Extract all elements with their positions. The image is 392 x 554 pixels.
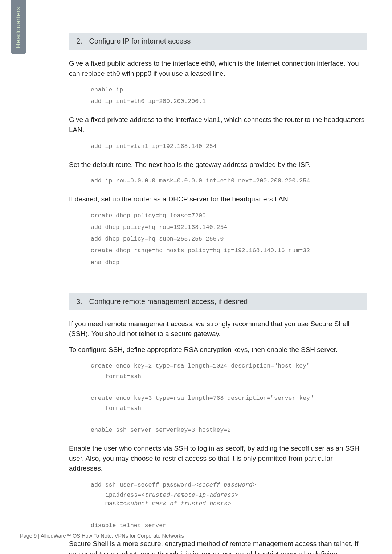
code-line: create enco key=2 type=rsa length=1024 d… bbox=[91, 362, 310, 369]
step-2-heading: 2. Configure IP for internet access bbox=[69, 33, 367, 50]
step-3-para-3: Enable the user who connects via SSH to … bbox=[69, 443, 367, 473]
step-2-para-4: If desired, set up the router as a DHCP … bbox=[69, 194, 367, 204]
step-2-code-3: add ip rou=0.0.0.0 mask=0.0.0.0 int=eth0… bbox=[91, 175, 367, 187]
step-2-number: 2. bbox=[76, 37, 87, 45]
step-2-code-1: enable ip add ip int=eth0 ip=200.200.200… bbox=[91, 84, 367, 107]
code-text: > bbox=[228, 500, 231, 507]
step-2-code-2: add ip int=vlan1 ip=192.168.140.254 bbox=[91, 141, 367, 152]
sidebar-tab: Headquarters bbox=[11, 0, 26, 54]
step-3-number: 3. bbox=[76, 297, 87, 306]
code-line: format=ssh bbox=[91, 404, 367, 413]
page-footer: Page 9 | AlliedWare™ OS How To Note: VPN… bbox=[20, 533, 184, 539]
code-text: add ssh user=secoff password=< bbox=[91, 481, 199, 488]
code-line: disable telnet server bbox=[91, 522, 166, 529]
code-italic: secoff-password bbox=[199, 481, 253, 488]
code-line: format=ssh bbox=[91, 372, 367, 381]
code-text: > bbox=[234, 492, 238, 498]
step-2-para-3: Set the default route. The next hop is t… bbox=[69, 160, 367, 170]
code-text: mask=< bbox=[105, 500, 127, 507]
step-2-para-2: Give a fixed private address to the inte… bbox=[69, 115, 367, 135]
step-3-para-4: Secure Shell is a more secure, encrypted… bbox=[69, 539, 367, 554]
step-3-title: Configure remote management access, if d… bbox=[89, 297, 248, 305]
code-line: enable ssh server serverkey=3 hostkey=2 bbox=[91, 427, 231, 434]
step-3-code-2: add ssh user=secoff password=<secoff-pas… bbox=[91, 479, 367, 532]
step-3-heading: 3. Configure remote management access, i… bbox=[69, 293, 367, 310]
code-italic: trusted-remote-ip-address bbox=[145, 492, 235, 498]
footer-divider bbox=[20, 529, 372, 529]
step-3-para-2: To configure SSH, define appropriate RSA… bbox=[69, 345, 367, 355]
code-text: > bbox=[253, 481, 256, 488]
step-2-code-4: create dhcp policy=hq lease=7200 add dhc… bbox=[91, 210, 367, 268]
code-text: ipaddress=< bbox=[105, 492, 145, 498]
code-line: create enco key=3 type=rsa length=768 de… bbox=[91, 395, 314, 402]
code-italic: subnet-mask-of-trusted-hosts bbox=[127, 500, 227, 507]
code-line: ipaddress=<trusted-remote-ip-address> ma… bbox=[91, 491, 367, 508]
sidebar-tab-label: Headquarters bbox=[15, 6, 23, 48]
step-2-title: Configure IP for internet access bbox=[89, 37, 191, 45]
step-2-para-1: Give a fixed public address to the inter… bbox=[69, 58, 367, 78]
page-content: 2. Configure IP for internet access Give… bbox=[69, 25, 367, 554]
step-3-code-1: create enco key=2 type=rsa length=1024 d… bbox=[91, 360, 367, 436]
step-3-para-1: If you need remote management access, we… bbox=[69, 319, 367, 339]
